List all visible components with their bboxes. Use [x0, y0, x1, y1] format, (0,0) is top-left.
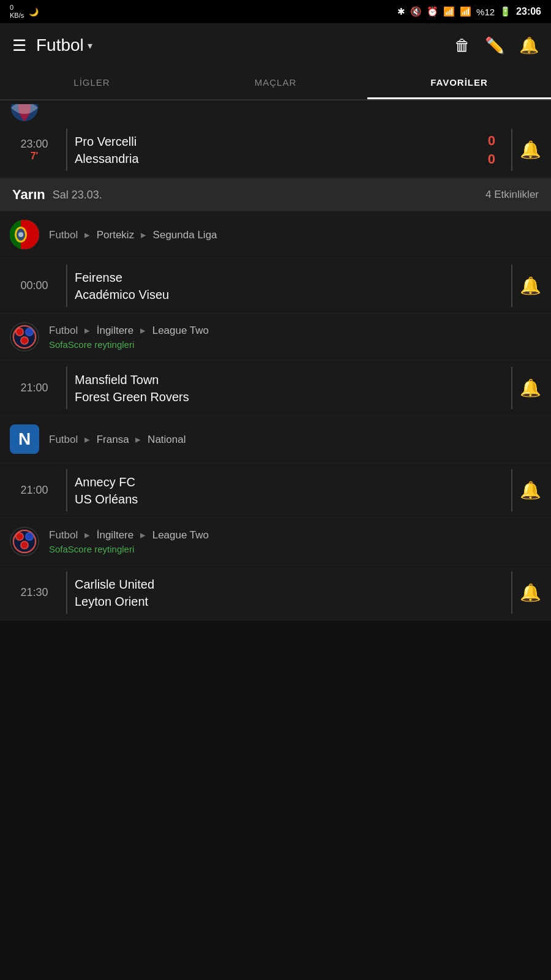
match-divider	[66, 367, 67, 409]
match-divider	[66, 469, 67, 511]
clock-time: 23:06	[516, 6, 541, 17]
league-header-league-two-2[interactable]: Futbol ▸ İngiltere ▸ League Two SofaScor…	[0, 518, 551, 565]
section-portugal: Futbol ▸ Portekiz ▸ Segunda Liga 00:00 F…	[0, 211, 551, 314]
svg-point-12	[17, 329, 23, 335]
match-teams-annecy: Annecy FC US Orléans	[75, 473, 504, 508]
top-bar: ☰ Futbol ▾ 🗑 ✏️ 🔔	[0, 23, 551, 67]
moon-icon: 🌙	[29, 7, 39, 17]
right-divider	[511, 469, 512, 511]
section-national: N Futbol ▸ Fransa ▸ National 21:00 Annec…	[0, 416, 551, 518]
match-scores: 0 0	[488, 133, 495, 167]
dropdown-arrow: ▾	[88, 40, 92, 51]
bell-annecy[interactable]: 🔔	[520, 480, 541, 500]
notification-button[interactable]: 🔔	[519, 36, 539, 55]
mute-icon: 🔇	[410, 6, 422, 17]
svg-point-23	[26, 533, 32, 540]
svg-point-22	[17, 533, 23, 540]
right-divider	[511, 367, 512, 409]
svg-point-6	[18, 232, 23, 237]
portugal-logo	[10, 220, 39, 249]
league-two-logo-1	[10, 322, 39, 352]
battery-percent: %12	[476, 7, 495, 17]
alarm-icon: ⏰	[427, 6, 438, 17]
svg-point-24	[21, 542, 28, 548]
app-title[interactable]: Futbol ▾	[36, 36, 92, 55]
match-time-mansfield: 21:00	[10, 382, 59, 394]
league-info-portugal: Futbol ▸ Portekiz ▸ Segunda Liga	[49, 228, 217, 241]
match-mansfield[interactable]: 21:00 Mansfield Town Forest Green Rovers…	[0, 361, 551, 416]
title-text: Futbol	[36, 36, 84, 55]
svg-point-13	[26, 329, 32, 335]
match-teams-carlisle: Carlisle United Leyton Orient	[75, 576, 504, 610]
match-time-carlisle: 21:30	[10, 586, 59, 599]
top-bar-right: 🗑 ✏️ 🔔	[454, 36, 539, 55]
status-bar: 0KB/s 🌙 ✱ 🔇 ⏰ 📶 📶 %12 🔋 23:06	[0, 0, 551, 23]
match-score-divider	[511, 129, 512, 171]
delete-button[interactable]: 🗑	[454, 36, 470, 55]
bell-mansfield[interactable]: 🔔	[520, 378, 541, 398]
status-right: ✱ 🔇 ⏰ 📶 📶 %12 🔋 23:06	[397, 6, 541, 17]
league-header-national[interactable]: N Futbol ▸ Fransa ▸ National	[0, 416, 551, 463]
match-annecy[interactable]: 21:00 Annecy FC US Orléans 🔔	[0, 463, 551, 518]
match-pro-vercelli[interactable]: 23:00 7' Pro Vercelli Alessandria 0 0 🔔	[0, 123, 551, 178]
match-time-feirense: 00:00	[10, 279, 59, 292]
edit-button[interactable]: ✏️	[485, 36, 504, 55]
tab-favoriler[interactable]: FAVORİLER	[367, 67, 551, 99]
match-divider	[66, 571, 67, 614]
top-bar-left: ☰ Futbol ▾	[12, 36, 92, 55]
right-divider	[511, 265, 512, 307]
league-header-league-two-1[interactable]: Futbol ▸ İngiltere ▸ League Two SofaScor…	[0, 314, 551, 361]
content-fill	[0, 620, 551, 743]
match-teams-mansfield: Mansfield Town Forest Green Rovers	[75, 371, 504, 405]
tab-maclar[interactable]: MAÇLAR	[184, 67, 367, 99]
data-speed: 0KB/s	[10, 4, 24, 20]
league-info-national: Futbol ▸ Fransa ▸ National	[49, 433, 186, 446]
tab-ligler[interactable]: LİGLER	[0, 67, 184, 99]
match-carlisle[interactable]: 21:30 Carlisle United Leyton Orient 🔔	[0, 565, 551, 620]
right-divider	[511, 571, 512, 614]
bluetooth-icon: ✱	[397, 6, 405, 17]
day-header-left: Yarın Sal 23.03.	[12, 187, 102, 203]
bell-feirense[interactable]: 🔔	[520, 276, 541, 296]
bell-carlisle[interactable]: 🔔	[520, 582, 541, 603]
league-info-league-two-1: Futbol ▸ İngiltere ▸ League Two SofaScor…	[49, 324, 209, 350]
wifi-icon: 📶	[443, 6, 455, 17]
section-league-two-2: Futbol ▸ İngiltere ▸ League Two SofaScor…	[0, 518, 551, 620]
match-time-annecy: 21:00	[10, 484, 59, 497]
match-divider	[66, 265, 67, 307]
svg-text:N: N	[18, 429, 31, 448]
section-league-two-1: Futbol ▸ İngiltere ▸ League Two SofaScor…	[0, 314, 551, 416]
national-logo: N	[10, 424, 39, 454]
menu-button[interactable]: ☰	[12, 36, 26, 55]
match-divider	[66, 129, 67, 171]
status-left: 0KB/s 🌙	[10, 4, 39, 20]
signal-icon: 📶	[460, 6, 471, 17]
league-two-logo-2	[10, 527, 39, 556]
match-time: 23:00 7'	[10, 138, 59, 162]
day-header: Yarın Sal 23.03. 4 Etkinlikler	[0, 178, 551, 211]
match-bell[interactable]: 🔔	[520, 140, 541, 160]
match-teams: Pro Vercelli Alessandria	[75, 133, 479, 167]
svg-point-14	[21, 337, 28, 344]
battery-icon: 🔋	[500, 6, 511, 17]
current-match-section: 23:00 7' Pro Vercelli Alessandria 0 0 🔔	[0, 100, 551, 178]
match-feirense[interactable]: 00:00 Feirense Académico Viseu 🔔	[0, 258, 551, 314]
league-info-league-two-2: Futbol ▸ İngiltere ▸ League Two SofaScor…	[49, 529, 209, 554]
league-header-portugal[interactable]: Futbol ▸ Portekiz ▸ Segunda Liga	[0, 211, 551, 258]
tabs: LİGLER MAÇLAR FAVORİLER	[0, 67, 551, 100]
match-teams-feirense: Feirense Académico Viseu	[75, 269, 504, 303]
